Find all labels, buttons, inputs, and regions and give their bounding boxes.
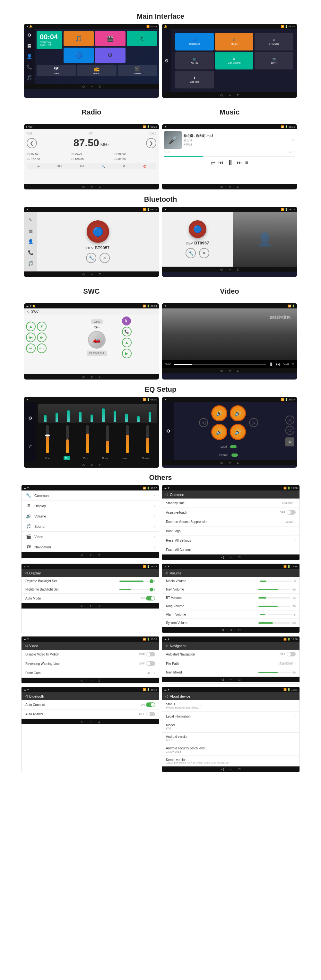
bt-side-user[interactable]: 👤 — [28, 239, 33, 244]
settings-item-navigation[interactable]: 🗺 Navigation › — [22, 542, 159, 552]
bt-right-connect-btn[interactable]: 🔧 — [185, 248, 196, 258]
recent-nav-settings[interactable]: □ — [239, 678, 240, 681]
eq-preset-flat[interactable]: Flat — [63, 456, 70, 460]
home-radio[interactable]: ○ — [91, 185, 93, 188]
bt-settings-back-btn[interactable]: ◁ — [25, 694, 27, 698]
video-menu-btn[interactable]: ≡ — [292, 361, 294, 367]
app-tile-5[interactable]: ⚙ — [95, 48, 125, 63]
recent-radio[interactable]: □ — [99, 185, 101, 188]
home-bt-l[interactable]: ○ — [91, 272, 93, 276]
eq-preset-pop[interactable]: Pop — [82, 456, 89, 460]
nav-navi[interactable]: 🗺 Navi — [36, 65, 76, 76]
recent-btn-r[interactable]: □ — [237, 93, 239, 97]
av-in-tile[interactable]: 📺AV_IN — [175, 52, 214, 70]
back-arrow-swc[interactable]: ◁ — [27, 310, 29, 313]
preset-p1[interactable]: P1 87.50 — [27, 151, 70, 156]
app-tile-3[interactable]: ♫ — [127, 31, 157, 46]
eq-settings-icon[interactable]: ⚙ — [285, 438, 294, 446]
home-swc[interactable]: ○ — [91, 375, 93, 379]
music-prev-btn[interactable]: ⏮ — [218, 160, 223, 165]
back-bt-settings[interactable]: ◁ — [81, 720, 83, 723]
back-about-device[interactable]: ◁ — [221, 767, 224, 771]
back-volume[interactable]: ◁ — [221, 628, 224, 632]
eq-preset-jazz[interactable]: Jazz — [121, 456, 128, 460]
nav-settings-back-btn[interactable]: ◁ — [165, 644, 168, 648]
display-back-btn[interactable]: ◁ — [25, 571, 27, 575]
volume-back-btn[interactable]: ◁ — [165, 571, 168, 575]
swc-phone-btn[interactable]: 📞 — [122, 327, 131, 336]
eq-slider-user[interactable] — [46, 425, 49, 454]
back-radio[interactable]: ◁ — [82, 185, 84, 188]
bt-tile[interactable]: 🔵Bluetooth — [175, 33, 214, 51]
back-eq-r[interactable]: ◁ — [220, 461, 223, 465]
back-video[interactable]: ◁ — [220, 369, 223, 372]
eq-right-arrow-btn[interactable]: ▷ — [249, 418, 258, 427]
eq-down-arrow[interactable]: ▽ — [285, 426, 294, 435]
radio-am-btn[interactable]: AM — [80, 165, 84, 168]
home-eq-l[interactable]: ○ — [91, 463, 93, 467]
freq-prev-button[interactable]: ❮ — [27, 138, 37, 148]
recent-video-settings[interactable]: □ — [98, 679, 100, 682]
video-settings-back-btn[interactable]: ◁ — [25, 644, 27, 648]
recent-common[interactable]: □ — [239, 555, 240, 559]
home-video-settings[interactable]: ○ — [90, 679, 92, 682]
recent-btn[interactable]: □ — [99, 84, 101, 88]
back-swc[interactable]: ◁ — [82, 375, 84, 379]
music-list-btn[interactable]: ≡ — [245, 160, 248, 165]
settings-item-video[interactable]: 🎬 Video › — [22, 531, 159, 542]
eq-left-arrow-btn[interactable]: ◁ — [199, 418, 208, 427]
music-icon[interactable]: 🎵 — [25, 74, 33, 81]
home-bt-r[interactable]: ○ — [229, 267, 231, 271]
swc-clear-all-button[interactable]: CLEAR ALL — [87, 351, 107, 356]
eq-examp-toggle[interactable] — [231, 453, 238, 457]
recent-eq-r[interactable]: □ — [237, 461, 239, 465]
home-btn[interactable]: ○ — [91, 84, 93, 88]
bt-volume-slider[interactable] — [258, 597, 291, 598]
auto-answer-toggle[interactable] — [146, 712, 155, 716]
settings-icon-r[interactable]: ⚙ — [163, 57, 170, 65]
preset-p3[interactable]: P3 98.00 — [114, 151, 157, 156]
daytime-backlight-slider[interactable] — [119, 581, 152, 582]
swc-prev[interactable]: ⏮ — [26, 332, 36, 342]
music-pause-btn[interactable]: ⏸ — [227, 159, 234, 167]
eq-preset-rock[interactable]: Rock — [101, 456, 109, 460]
settings-icon[interactable]: ⚙ — [25, 31, 33, 39]
eq-resize-icon[interactable]: ⤢ — [28, 444, 32, 449]
preset-p2[interactable]: P2 90.00 — [70, 151, 113, 156]
back-btn-r[interactable]: ◁ — [220, 93, 223, 97]
music-next-btn[interactable]: ⏭ — [237, 160, 242, 165]
home-bt-settings[interactable]: ○ — [90, 720, 92, 723]
home-nav-settings[interactable]: ○ — [230, 678, 232, 681]
recent-bt-settings[interactable]: □ — [98, 720, 100, 723]
phone-icon[interactable]: 📞 — [25, 63, 33, 71]
swc-right-btn[interactable]: ▶ — [122, 348, 131, 358]
recent-eq-l[interactable]: □ — [99, 463, 101, 467]
recent-bt-r[interactable]: □ — [237, 267, 239, 271]
radio-power-btn[interactable]: ⏻ — [143, 165, 146, 168]
settings-item-common[interactable]: 🔧 Common › — [22, 490, 159, 501]
alarm-volume-slider[interactable] — [260, 614, 292, 615]
bt-side-pencil[interactable]: ✎ — [28, 218, 32, 223]
video-play-btn[interactable]: ⏸ — [269, 361, 273, 367]
swc-back[interactable]: ↩ — [26, 344, 36, 353]
back-bt-l[interactable]: ◁ — [82, 272, 84, 276]
car-setting-tile[interactable]: ⚙Car Setting — [215, 52, 254, 70]
reset-all-row[interactable]: Reset All Settings › — [162, 536, 299, 545]
eq-preset-classic[interactable]: Classic — [140, 456, 151, 460]
home-volume[interactable]: ○ — [230, 628, 232, 632]
video-next-btn[interactable]: ⏭ — [276, 361, 280, 367]
radio-settings-btn[interactable]: ⚙ — [123, 165, 125, 168]
eq-slider-pop[interactable] — [86, 425, 89, 454]
preset-p5[interactable]: P5 108.00 — [70, 157, 113, 161]
home-settings[interactable]: ○ — [90, 553, 92, 557]
swc-up-btn[interactable]: ▲ — [122, 338, 131, 347]
back-music[interactable]: ◁ — [220, 185, 223, 188]
autostart-nav-toggle[interactable] — [287, 652, 296, 657]
assistive-touch-toggle[interactable] — [287, 510, 296, 515]
eq-slider-jazz[interactable] — [126, 425, 129, 454]
settings-item-sound[interactable]: 🎵 Sound › — [22, 521, 159, 531]
media-volume-slider[interactable] — [260, 581, 292, 582]
back-common[interactable]: ◁ — [221, 555, 224, 559]
eq-icon[interactable]: ⚙ — [28, 415, 32, 421]
user-icon[interactable]: 👤 — [25, 52, 33, 60]
